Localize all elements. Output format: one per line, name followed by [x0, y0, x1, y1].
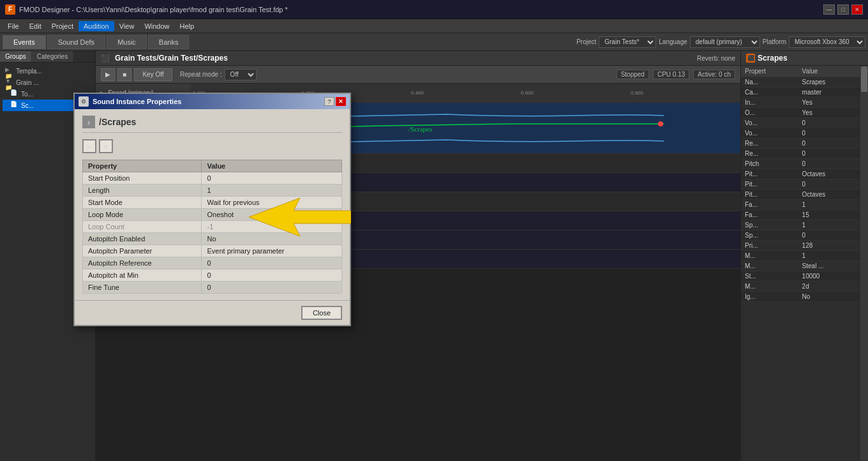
tree-item-grain[interactable]: ▼ 📁 Grain ... — [3, 77, 93, 88]
file-icon-2: 📄 — [10, 101, 19, 110]
modal-help-button[interactable]: ? — [324, 97, 334, 106]
sidebar-tab-groups[interactable]: Groups — [0, 51, 32, 62]
right-panel-prop: St... — [741, 271, 798, 282]
right-panel-value: No — [798, 292, 860, 302]
modal-row[interactable]: Autopitch EnabledNo — [83, 233, 342, 245]
right-panel-row[interactable]: M...Steal ... — [741, 261, 860, 271]
right-panel-row[interactable]: Sp...1 — [741, 220, 860, 230]
maximize-button[interactable]: □ — [837, 4, 849, 15]
right-panel-value: 128 — [798, 241, 860, 251]
right-panel-row[interactable]: Re...0 — [741, 139, 860, 149]
status-stopped: Stopped — [617, 70, 649, 79]
modal-play-button[interactable]: ▶ — [82, 139, 96, 153]
right-panel-prop: Sp... — [741, 230, 798, 241]
modal-titlebar: ⚙ Sound Instance Properties ? ✕ — [75, 94, 350, 109]
sound-instance-dialog[interactable]: ⚙ Sound Instance Properties ? ✕ ♪ /Scrap… — [73, 93, 351, 326]
file-icon: 📄 — [10, 89, 19, 98]
right-panel-row[interactable]: M...1 — [741, 251, 860, 261]
modal-row-value: 0 — [202, 257, 342, 269]
right-panel-prop: Re... — [741, 139, 798, 149]
modal-close-button[interactable]: ✕ — [336, 97, 346, 106]
right-panel-prop: Fa... — [741, 210, 798, 220]
right-panel-row[interactable]: O...Yes — [741, 108, 860, 118]
modal-row[interactable]: Loop Count-1 — [83, 221, 342, 233]
menu-view[interactable]: View — [114, 21, 140, 31]
repeat-mode-label: Repeat mode : — [180, 71, 222, 78]
modal-row[interactable]: Autopitch ParameterEvent primary paramet… — [83, 245, 342, 257]
modal-row-prop: Autopitch Parameter — [83, 245, 202, 257]
modal-row[interactable]: Start Position0 — [83, 172, 342, 185]
right-panel-row[interactable]: Na...Scrapes — [741, 77, 860, 87]
tab-sound-defs[interactable]: Sound Defs — [47, 35, 105, 49]
right-panel-row[interactable]: Pit...Octaves — [741, 169, 860, 179]
sidebar-tab-categories[interactable]: Categories — [32, 51, 73, 62]
right-panel-prop: M... — [741, 251, 798, 261]
modal-row[interactable]: Length1 — [83, 185, 342, 197]
folder-icon: ▶ 📁 — [5, 66, 14, 75]
modal-row[interactable]: Autopitch Reference0 — [83, 257, 342, 269]
right-panel-row[interactable]: Pit...Octaves — [741, 190, 860, 200]
scrollbar-thumb[interactable] — [861, 66, 867, 92]
menu-file[interactable]: File — [3, 21, 24, 31]
menu-audition[interactable]: Audition — [79, 21, 114, 31]
right-panel-row[interactable]: Vo...0 — [741, 118, 860, 128]
right-panel-value: 2d — [798, 282, 860, 292]
modal-stop-button[interactable]: ■ — [99, 139, 113, 153]
modal-row[interactable]: Loop ModeOneshot — [83, 209, 342, 221]
right-panel-row[interactable]: In...Yes — [741, 98, 860, 108]
play-button[interactable]: ▶ — [101, 68, 115, 81]
right-panel-row[interactable]: Pri...128 — [741, 241, 860, 251]
svg-text:/Scrapes: /Scrapes — [408, 125, 432, 133]
modal-title-icon: ⚙ — [79, 96, 89, 107]
sidebar-subtabs: Groups Categories — [0, 51, 95, 63]
platform-select[interactable]: Microsoft Xbox 360 — [789, 36, 865, 48]
minimize-button[interactable]: — — [823, 4, 835, 15]
right-panel-value: 0 — [798, 139, 860, 149]
right-panel-row[interactable]: Sp...0 — [741, 230, 860, 241]
modal-row-prop: Autopitch Enabled — [83, 233, 202, 245]
repeat-mode-select[interactable]: Off — [225, 69, 257, 80]
right-panel-row[interactable]: M...2d — [741, 282, 860, 292]
right-panel-prop: In... — [741, 98, 798, 108]
right-panel-row[interactable]: Re...0 — [741, 149, 860, 159]
right-panel-row[interactable]: Ig...No — [741, 292, 860, 302]
modal-row[interactable]: Start ModeWait for previous — [83, 197, 342, 209]
right-panel-row[interactable]: St...10000 — [741, 271, 860, 282]
menu-window[interactable]: Window — [139, 21, 174, 31]
right-panel-row[interactable]: Vo...0 — [741, 128, 860, 139]
modal-row-value: No — [202, 233, 342, 245]
right-panel-row[interactable]: Fa...15 — [741, 210, 860, 220]
right-panel-scrollbar[interactable] — [860, 66, 868, 461]
modal-close-footer-button[interactable]: Close — [301, 306, 342, 320]
right-panel-prop: Vo... — [741, 118, 798, 128]
tab-music[interactable]: Music — [107, 35, 147, 49]
menu-project[interactable]: Project — [47, 21, 79, 31]
key-off-button[interactable]: Key Off — [134, 68, 172, 81]
right-panel-prop: Re... — [741, 149, 798, 159]
status-area: Stopped CPU 0.13 Active: 0 ch — [617, 70, 735, 79]
tree-item-template[interactable]: ▶ 📁 Templa... — [3, 65, 93, 77]
modal-title-text: Sound Instance Properties — [93, 98, 324, 105]
project-select[interactable]: Grain Tests* — [599, 36, 656, 48]
svg-point-2 — [658, 121, 663, 126]
right-panel-row[interactable]: Ca...master — [741, 87, 860, 98]
right-panel-prop: Vo... — [741, 128, 798, 139]
right-panel-value: 0 — [798, 128, 860, 139]
modal-row[interactable]: Fine Tune0 — [83, 282, 342, 294]
menu-edit[interactable]: Edit — [24, 21, 47, 31]
modal-row[interactable]: Autopitch at Min0 — [83, 269, 342, 282]
right-panel-prop: Pit... — [741, 169, 798, 179]
ruler-600: 0.600 — [521, 90, 534, 96]
close-button[interactable]: ✕ — [851, 4, 863, 15]
right-panel-row[interactable]: Pitch0 — [741, 159, 860, 169]
menu-help[interactable]: Help — [175, 21, 200, 31]
tab-events[interactable]: Events — [3, 35, 46, 49]
right-panel-row[interactable]: Fa...1 — [741, 200, 860, 210]
right-panel-row[interactable]: Pit...0 — [741, 179, 860, 190]
language-select[interactable]: default (primary) — [690, 36, 760, 48]
right-panel-value: Octaves — [798, 169, 860, 179]
language-label: Language — [659, 38, 687, 45]
tab-banks[interactable]: Banks — [148, 35, 190, 49]
modal-row-prop: Loop Count — [83, 221, 202, 233]
stop-button[interactable]: ■ — [117, 68, 131, 81]
